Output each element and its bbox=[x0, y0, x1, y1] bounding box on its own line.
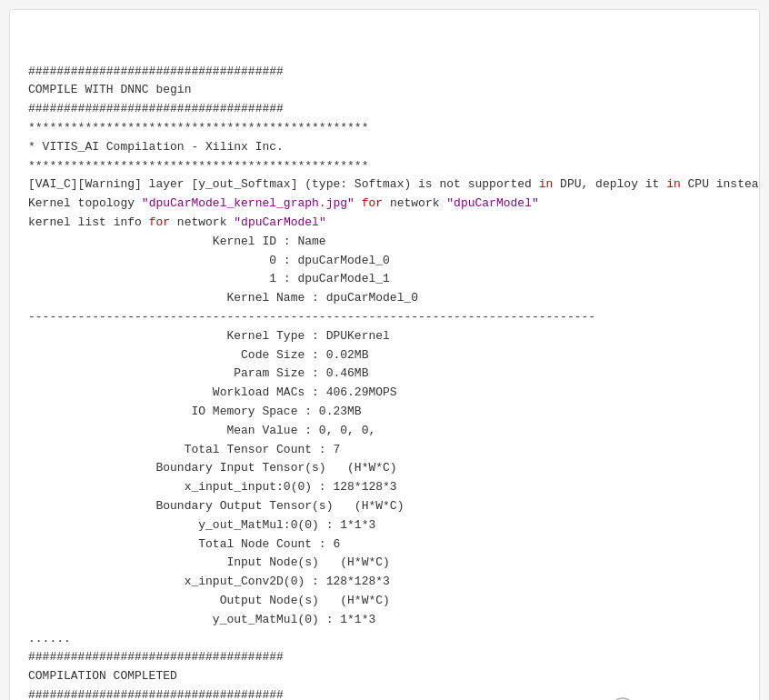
terminal-text: x_input_Conv2D(0) : 128*128*3 bbox=[28, 575, 390, 588]
terminal-text: network bbox=[170, 215, 234, 229]
terminal-text: COMPILE WITH DNNC begin bbox=[28, 83, 191, 96]
terminal-text: Kernel Type : DPUKernel bbox=[28, 329, 390, 343]
terminal-text: for bbox=[149, 215, 170, 229]
terminal-text: Param Size : 0.46MB bbox=[28, 366, 368, 380]
terminal-text: CPU instead. bbox=[681, 177, 760, 191]
terminal-text: COMPILATION COMPLETED bbox=[28, 669, 177, 683]
terminal-text: 1 : dpuCarModel_1 bbox=[28, 272, 390, 285]
terminal-line: Workload MACs : 406.29MOPS bbox=[28, 384, 741, 403]
terminal-text: Total Node Count : 6 bbox=[28, 537, 340, 551]
terminal-text: ****************************************… bbox=[28, 121, 368, 135]
terminal-text: x_input_input:0(0) : 128*128*3 bbox=[28, 480, 397, 494]
terminal-line: kernel list info for network "dpuCarMode… bbox=[28, 214, 741, 233]
terminal-text: "dpuCarModel" bbox=[446, 196, 538, 210]
terminal-line: Code Size : 0.02MB bbox=[28, 346, 741, 365]
terminal-text: Workload MACs : 406.29MOPS bbox=[28, 385, 397, 399]
terminal-line: 0 : dpuCarModel_0 bbox=[28, 252, 741, 271]
terminal-line: IO Memory Space : 0.23MB bbox=[28, 403, 741, 422]
terminal-line: Total Node Count : 6 bbox=[28, 535, 741, 555]
terminal-text: Code Size : 0.02MB bbox=[28, 348, 368, 362]
terminal-line: ----------------------------------------… bbox=[28, 308, 741, 327]
terminal-line: y_out_MatMul:0(0) : 1*1*3 bbox=[28, 516, 741, 535]
terminal-line: COMPILATION COMPLETED bbox=[28, 667, 741, 686]
terminal-line: * VITIS_AI Compilation - Xilinx Inc. bbox=[28, 138, 741, 157]
terminal-line: [VAI_C][Warning] layer [y_out_Softmax] (… bbox=[28, 175, 741, 195]
terminal-text bbox=[355, 196, 362, 210]
terminal-text: kernel list bbox=[28, 215, 114, 229]
terminal-text: Kernel ID : Name bbox=[28, 235, 326, 248]
terminal-line: Kernel Name : dpuCarModel_0 bbox=[28, 289, 741, 308]
terminal-text: ****************************************… bbox=[28, 159, 368, 173]
terminal-line: Mean Value : 0, 0, 0, bbox=[28, 422, 741, 441]
terminal-line: #################################### bbox=[28, 100, 741, 119]
terminal-output: ####################################COMP… bbox=[9, 9, 760, 700]
terminal-text: Kernel Name : dpuCarModel_0 bbox=[28, 291, 418, 305]
terminal-line: y_out_MatMul(0) : 1*1*3 bbox=[28, 611, 741, 630]
terminal-line: ****************************************… bbox=[28, 119, 741, 138]
terminal-line: Kernel topology "dpuCarModel_kernel_grap… bbox=[28, 195, 741, 214]
terminal-text: Mean Value : 0, 0, 0, bbox=[28, 424, 375, 437]
terminal-text: for bbox=[362, 196, 383, 210]
terminal-text: y_out_MatMul:0(0) : 1*1*3 bbox=[28, 518, 375, 532]
terminal-text: Output Node(s) (H*W*C) bbox=[28, 594, 390, 607]
terminal-line: #################################### bbox=[28, 63, 741, 82]
terminal-text: 0 : dpuCarModel_0 bbox=[28, 254, 390, 267]
terminal-text bbox=[142, 215, 149, 229]
terminal-text: * VITIS_AI Compilation - Xilinx Inc. bbox=[28, 140, 284, 154]
terminal-line: Boundary Input Tensor(s) (H*W*C) bbox=[28, 459, 741, 478]
terminal-text: #################################### bbox=[28, 65, 284, 78]
terminal-text: Input Node(s) (H*W*C) bbox=[28, 555, 390, 569]
terminal-line: Kernel ID : Name bbox=[28, 233, 741, 252]
terminal-text: in bbox=[539, 177, 554, 191]
terminal-text: IO Memory Space : 0.23MB bbox=[28, 405, 362, 418]
pynq-logo-icon bbox=[610, 696, 635, 700]
terminal-line: Kernel Type : DPUKernel bbox=[28, 327, 741, 346]
terminal-text: "dpuCarModel" bbox=[234, 215, 325, 229]
terminal-text: Kernel topology bbox=[28, 196, 142, 210]
terminal-line: Boundary Output Tensor(s) (H*W*C) bbox=[28, 497, 741, 516]
terminal-text: "dpuCarModel_kernel_graph.jpg" bbox=[142, 196, 355, 210]
terminal-line: ...... bbox=[28, 630, 741, 649]
terminal-text: #################################### bbox=[28, 650, 284, 664]
terminal-line: ****************************************… bbox=[28, 157, 741, 176]
terminal-line: Total Tensor Count : 7 bbox=[28, 441, 741, 460]
terminal-text: ----------------------------------------… bbox=[28, 310, 595, 324]
terminal-text: y_out_MatMul(0) : 1*1*3 bbox=[28, 613, 375, 626]
terminal-text: Boundary Output Tensor(s) (H*W*C) bbox=[28, 499, 404, 513]
terminal-text: #################################### bbox=[28, 102, 284, 115]
terminal-line: Input Node(s) (H*W*C) bbox=[28, 554, 741, 573]
terminal-text: in bbox=[666, 177, 681, 191]
terminal-line: Output Node(s) (H*W*C) bbox=[28, 592, 741, 611]
terminal-text: ...... bbox=[28, 632, 71, 645]
terminal-line: COMPILE WITH DNNC begin bbox=[28, 81, 741, 100]
terminal-line: x_input_Conv2D(0) : 128*128*3 bbox=[28, 573, 741, 592]
terminal-text: [VAI_C][Warning] layer [y_out_Softmax] (… bbox=[28, 177, 539, 191]
terminal-text: Total Tensor Count : 7 bbox=[28, 443, 340, 456]
terminal-text: Boundary Input Tensor(s) (H*W*C) bbox=[28, 461, 397, 475]
terminal-line: x_input_input:0(0) : 128*128*3 bbox=[28, 478, 741, 497]
terminal-text: info bbox=[114, 215, 142, 229]
terminal-text: DPU, deploy it bbox=[553, 177, 666, 191]
terminal-line: Param Size : 0.46MB bbox=[28, 365, 741, 384]
terminal-line: 1 : dpuCarModel_1 bbox=[28, 270, 741, 289]
terminal-text: network bbox=[383, 196, 446, 210]
terminal-line: #################################### bbox=[28, 648, 741, 667]
terminal-text: #################################### bbox=[28, 688, 284, 700]
watermark: PYNQ开源社区 bbox=[610, 696, 737, 700]
